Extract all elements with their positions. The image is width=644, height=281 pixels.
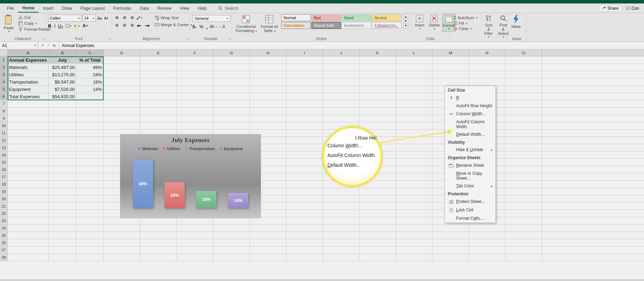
cell[interactable] — [359, 108, 396, 115]
cell[interactable] — [104, 64, 140, 71]
cell[interactable] — [250, 115, 286, 122]
cell[interactable] — [140, 86, 177, 93]
cell[interactable] — [396, 188, 432, 195]
cell[interactable] — [286, 195, 323, 202]
accounting-button[interactable]: $▾ — [192, 24, 197, 29]
cell[interactable] — [8, 225, 49, 232]
cell[interactable] — [77, 115, 104, 122]
cell[interactable] — [8, 210, 49, 217]
number-launcher[interactable]: ⤡ — [228, 37, 231, 41]
cell[interactable] — [77, 130, 104, 136]
bold-button[interactable]: B — [48, 23, 51, 29]
col-header-B[interactable]: B — [49, 49, 77, 56]
cell[interactable] — [77, 100, 104, 107]
cell[interactable] — [469, 254, 506, 261]
cell[interactable] — [8, 217, 49, 224]
cell[interactable] — [359, 247, 396, 253]
font-launcher[interactable]: ⤡ — [108, 37, 111, 41]
cell[interactable] — [140, 217, 177, 224]
cell[interactable] — [432, 247, 469, 253]
cell[interactable] — [140, 225, 177, 232]
sort-filter-button[interactable]: AZSort & Filter▾ — [482, 14, 495, 39]
row-header-23[interactable]: 23 — [0, 217, 8, 224]
cell[interactable] — [250, 86, 286, 93]
cell[interactable] — [49, 225, 77, 232]
cell[interactable] — [140, 108, 177, 115]
col-header-D[interactable]: D — [104, 49, 140, 56]
align-top-icon[interactable]: ≡ — [114, 15, 120, 21]
cell[interactable] — [286, 217, 323, 224]
cell[interactable] — [104, 108, 140, 115]
menu-autofit-column-width[interactable]: AutoFit Column Width — [445, 118, 495, 131]
cell[interactable] — [140, 247, 177, 253]
cell[interactable] — [49, 144, 77, 151]
increase-decimal-icon[interactable]: .00→ — [210, 24, 216, 30]
cell[interactable] — [213, 232, 250, 239]
cell[interactable] — [323, 100, 359, 107]
cell[interactable] — [432, 232, 469, 239]
cell[interactable] — [286, 64, 323, 71]
cell[interactable]: Utilities — [8, 71, 49, 78]
cell[interactable] — [177, 108, 213, 115]
cell[interactable] — [213, 115, 250, 122]
cell[interactable] — [396, 93, 432, 100]
cell[interactable] — [250, 93, 286, 100]
row-header-3[interactable]: 3 — [0, 71, 8, 78]
cell[interactable] — [77, 166, 104, 173]
cell[interactable] — [323, 247, 359, 253]
cell[interactable] — [77, 210, 104, 217]
cell[interactable] — [177, 56, 213, 63]
menu-hide-unhide[interactable]: Hide & Unhide▸ — [445, 146, 495, 154]
cell[interactable] — [359, 225, 396, 232]
cell[interactable] — [323, 56, 359, 63]
cell[interactable] — [323, 188, 359, 195]
formula-input[interactable]: Annual Expenses — [59, 43, 644, 48]
cell[interactable] — [396, 71, 432, 78]
tab-review[interactable]: Review — [153, 5, 176, 12]
style-bad[interactable]: Bad — [311, 14, 341, 21]
cell[interactable] — [506, 137, 542, 144]
cell[interactable] — [77, 122, 104, 129]
cell[interactable] — [8, 115, 49, 122]
tab-formulas[interactable]: Formulas — [109, 5, 136, 12]
cell[interactable] — [49, 159, 77, 166]
cell[interactable] — [77, 247, 104, 253]
cell[interactable] — [104, 254, 140, 261]
cell[interactable] — [104, 232, 140, 239]
cell[interactable]: 16% — [77, 78, 104, 85]
row-header-22[interactable]: 22 — [0, 210, 8, 217]
cell[interactable] — [49, 195, 77, 202]
cell[interactable]: 14% — [77, 86, 104, 93]
cell[interactable] — [49, 217, 77, 224]
cell[interactable] — [286, 188, 323, 195]
cell[interactable] — [177, 86, 213, 93]
cell[interactable] — [8, 137, 49, 144]
tab-file[interactable]: File — [3, 5, 18, 12]
cell[interactable] — [506, 86, 542, 93]
cell[interactable] — [213, 217, 250, 224]
cell[interactable] — [323, 108, 359, 115]
col-header-N[interactable]: N — [469, 49, 506, 56]
cell[interactable] — [140, 56, 177, 63]
increase-indent-icon[interactable]: ⇥ — [144, 23, 150, 28]
cell[interactable] — [250, 232, 286, 239]
cancel-formula-icon[interactable]: ✕ — [41, 43, 44, 48]
cell[interactable] — [8, 254, 49, 261]
cell[interactable] — [250, 217, 286, 224]
cell[interactable] — [396, 247, 432, 253]
cell[interactable] — [469, 225, 506, 232]
cell[interactable] — [49, 247, 77, 253]
cell[interactable] — [177, 232, 213, 239]
cell[interactable] — [396, 166, 432, 173]
cell[interactable]: 46% — [77, 64, 104, 71]
cell[interactable] — [286, 100, 323, 107]
cell[interactable] — [359, 203, 396, 210]
cell[interactable] — [104, 86, 140, 93]
cell[interactable] — [77, 137, 104, 144]
cell[interactable] — [396, 86, 432, 93]
cell[interactable] — [286, 181, 323, 188]
cell[interactable] — [177, 71, 213, 78]
style-calculation[interactable]: Calculation — [281, 22, 311, 29]
cell[interactable] — [177, 247, 213, 253]
cell[interactable] — [8, 100, 49, 107]
